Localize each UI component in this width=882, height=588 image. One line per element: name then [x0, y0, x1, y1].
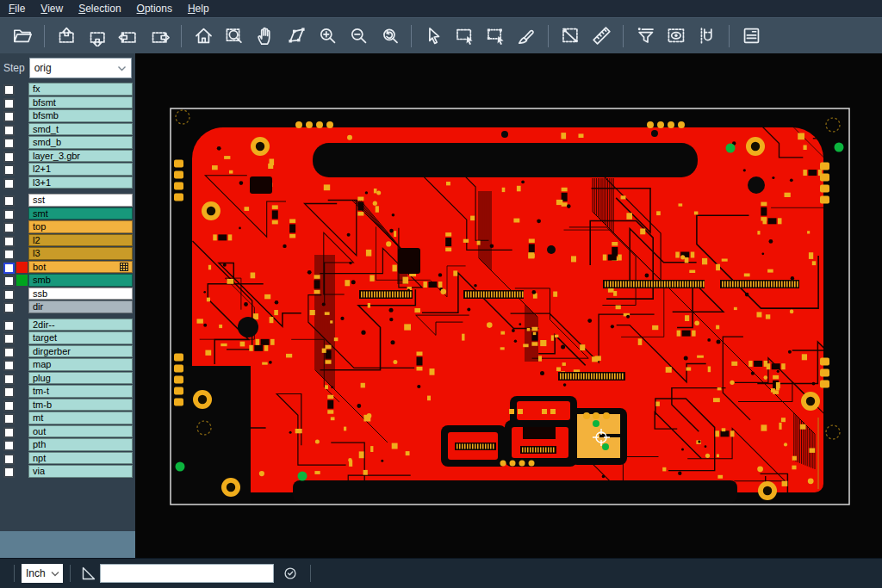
pan-hand-icon [255, 25, 276, 46]
layer-name-tm-b[interactable]: tm-b [28, 399, 133, 412]
toolbar-group-select-button[interactable] [481, 22, 509, 50]
layer-name-layer_3.gbr[interactable]: layer_3.gbr [28, 150, 133, 163]
layer-name-via[interactable]: via [28, 465, 133, 478]
toolbar-separator [548, 25, 549, 47]
layer-name-out[interactable]: out [28, 425, 133, 438]
layer-name-npt[interactable]: npt [28, 452, 133, 465]
toolbar-zoom-out-button[interactable] [345, 22, 372, 50]
command-input[interactable] [100, 564, 274, 583]
layer-name-top[interactable]: top [28, 220, 133, 233]
layer-checkbox-fx[interactable] [3, 84, 15, 96]
layer-checkbox-ssb[interactable] [3, 289, 15, 300]
layer-name-bfsmb[interactable]: bfsmb [28, 109, 133, 122]
layer-name-bfsmt[interactable]: bfsmt [28, 96, 133, 109]
layer-checkbox-mt[interactable] [3, 413, 15, 424]
toolbar-line-measure-button[interactable] [556, 22, 584, 50]
layer-checkbox-dir[interactable] [3, 302, 15, 313]
layer-checkbox-pth[interactable] [3, 440, 15, 451]
layer-checkbox-tm-t[interactable] [3, 387, 15, 398]
toolbar-select-cursor-button[interactable] [419, 22, 447, 50]
layer-checkbox-bfsmt[interactable] [3, 98, 15, 109]
pcb-canvas-area[interactable] [135, 53, 882, 558]
layer-checkbox-out[interactable] [3, 427, 15, 438]
layer-checkbox-plug[interactable] [3, 374, 15, 385]
toolbar-zoom-in-button[interactable] [314, 22, 341, 50]
toolbar-report-form-button[interactable] [737, 22, 765, 50]
layer-checkbox-sst[interactable] [3, 195, 15, 207]
layer-name-2dir--[interactable]: 2dir-- [28, 319, 133, 331]
toolbar-move-left-button[interactable] [115, 22, 142, 50]
unit-select[interactable]: Inch [22, 564, 63, 583]
layer-color-swatch[interactable] [16, 262, 28, 273]
layer-name-tm-t[interactable]: tm-t [28, 385, 133, 398]
layer-name-map[interactable]: map [28, 358, 133, 371]
menu-selection[interactable]: Selection [73, 0, 126, 17]
toolbar-rect-select-button[interactable] [450, 22, 478, 50]
layer-checkbox-l3+1[interactable] [3, 178, 15, 189]
layer-name-dir[interactable]: dir [28, 300, 133, 313]
layer-name-target[interactable]: target [28, 331, 133, 344]
layer-name-sst[interactable]: sst [28, 194, 133, 207]
layer-name-smb[interactable]: smb [28, 274, 133, 287]
layer-checkbox-l2+1[interactable] [3, 164, 15, 176]
toolbar-measure-polygon-button[interactable] [283, 22, 310, 50]
layer-checkbox-via[interactable] [3, 467, 15, 478]
toolbar-move-up-button[interactable] [53, 22, 80, 50]
layer-name-l2+1[interactable]: l2+1 [28, 163, 133, 176]
layer-checkbox-smb[interactable] [3, 275, 15, 287]
menu-file[interactable]: File [3, 0, 30, 17]
layer-name-plug[interactable]: plug [28, 372, 133, 385]
layer-checkbox-smd_t[interactable] [3, 125, 15, 136]
layer-name-fx[interactable]: fx [28, 83, 133, 96]
toolbar-open-folder-button[interactable] [9, 22, 36, 50]
mounting-ring [746, 137, 765, 156]
layer-checkbox-smt[interactable] [3, 209, 15, 220]
step-select[interactable]: orig [29, 58, 132, 78]
toolbar-snap-magnet-button[interactable] [693, 22, 721, 50]
layer-name-ssb[interactable]: ssb [28, 288, 133, 300]
toolbar-ruler-button[interactable] [587, 22, 615, 50]
toolbar-filter-button[interactable] [631, 22, 659, 50]
layer-color-swatch[interactable] [16, 275, 28, 286]
layer-name-smd_b[interactable]: smd_b [28, 136, 133, 149]
layer-name-l2[interactable]: l2 [28, 234, 133, 247]
layer-checkbox-map[interactable] [3, 360, 15, 371]
layer-name-l3+1[interactable]: l3+1 [28, 176, 133, 189]
layer-name-smd_t[interactable]: smd_t [28, 123, 133, 136]
layer-checkbox-layer_3.gbr[interactable] [3, 152, 15, 163]
toolbar-zoom-previous-button[interactable] [376, 22, 403, 50]
layer-name-dirgerber[interactable]: dirgerber [28, 345, 133, 358]
layer-checkbox-2dir--[interactable] [3, 320, 15, 331]
toolbar-paint-brush-button[interactable] [512, 22, 540, 50]
layer-checkbox-top[interactable] [3, 222, 15, 233]
menu-options[interactable]: Options [132, 0, 177, 17]
toolbar-zoom-window-button[interactable] [220, 22, 248, 50]
layer-checkbox-dirgerber[interactable] [3, 347, 15, 358]
layer-row-smd_t: smd_t [0, 123, 135, 137]
menu-view[interactable]: View [35, 0, 68, 17]
layer-checkbox-l2[interactable] [3, 236, 15, 247]
layer-checkbox-npt[interactable] [3, 454, 15, 465]
pcb-render[interactable] [135, 53, 882, 558]
sync-check-icon[interactable] [279, 562, 301, 585]
layer-name-mt[interactable]: mt [28, 412, 133, 424]
layer-name-bot[interactable]: bot [28, 261, 133, 274]
toolbar-move-right-button[interactable] [146, 22, 173, 50]
toolbar-move-down-button[interactable] [84, 22, 111, 50]
menu-help[interactable]: Help [183, 0, 214, 17]
layer-name-pth[interactable]: pth [28, 438, 133, 451]
layer-checkbox-smd_b[interactable] [3, 138, 15, 149]
layer-name-l3[interactable]: l3 [28, 247, 133, 260]
toolbar-pan-hand-button[interactable] [252, 22, 279, 50]
layer-checkbox-l3[interactable] [3, 249, 15, 260]
layer-row-via: via [0, 465, 135, 479]
corner-triangle-icon[interactable] [78, 562, 100, 585]
layer-name-smt[interactable]: smt [28, 207, 133, 220]
layer-checkbox-tm-b[interactable] [3, 400, 15, 412]
layer-checkbox-target[interactable] [3, 333, 15, 344]
layer-checkbox-bot[interactable] [3, 263, 15, 274]
move-left-icon [118, 25, 140, 46]
toolbar-highlight-view-button[interactable] [662, 22, 690, 50]
layer-checkbox-bfsmb[interactable] [3, 111, 15, 122]
toolbar-home-button[interactable] [189, 22, 217, 50]
